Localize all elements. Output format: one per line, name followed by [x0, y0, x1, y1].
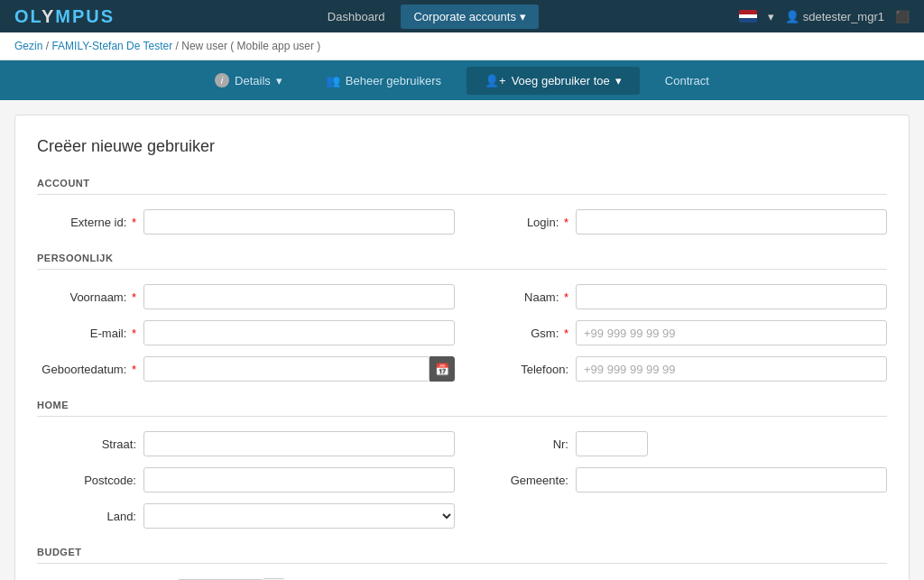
- email-group: E-mail: *: [37, 320, 455, 345]
- header-right: ▾ 👤 sdetester_mgr1 ⬛: [739, 10, 910, 23]
- chevron-down-icon-voeg: ▾: [615, 74, 622, 87]
- externe-id-group: Externe id: *: [37, 209, 455, 235]
- straat-input[interactable]: [143, 431, 455, 456]
- home-row1: Straat: Nr:: [37, 431, 887, 456]
- telefoon-group: Telefoon:: [469, 356, 887, 382]
- externe-id-input[interactable]: [143, 209, 455, 235]
- login-label: Login: *: [469, 216, 568, 229]
- add-user-icon: 👤+: [485, 74, 506, 87]
- telefoon-label: Telefoon:: [469, 363, 568, 376]
- subnav-voeg[interactable]: 👤+ Voeg gebruiker toe ▾: [467, 67, 640, 95]
- section-budget: BUDGET: [37, 547, 887, 564]
- geboortedatum-input[interactable]: [143, 356, 430, 382]
- info-icon: i: [215, 73, 229, 87]
- geboortedatum-label: Geboortedatum: *: [37, 363, 136, 376]
- subnav-details[interactable]: i Details ▾: [197, 66, 300, 95]
- section-persoonlijk: PERSOONLIJK: [37, 253, 887, 270]
- sub-nav: i Details ▾ 👥 Beheer gebruikers 👤+ Voeg …: [0, 60, 924, 100]
- date-input-wrap: 📅: [143, 356, 455, 382]
- home-row2: Postcode: Gemeente:: [37, 467, 887, 493]
- login-input[interactable]: [576, 209, 887, 235]
- geboortedatum-group: Geboortedatum: * 📅: [37, 356, 455, 382]
- land-group: Land:: [37, 503, 455, 529]
- naam-label: Naam: *: [469, 290, 568, 304]
- gsm-input[interactable]: [576, 320, 887, 345]
- email-label: E-mail: *: [37, 327, 136, 340]
- postcode-group: Postcode:: [37, 467, 455, 493]
- nav-corporate[interactable]: Corporate accounts ▾: [401, 5, 538, 29]
- breadcrumb: Gezin / FAMILY-Stefan De Tester / New us…: [0, 32, 924, 60]
- section-home: HOME: [37, 400, 887, 417]
- naam-input[interactable]: [576, 284, 887, 309]
- header: OLYMPUS Dashboard Corporate accounts ▾ ▾…: [0, 0, 924, 32]
- breadcrumb-gezin[interactable]: Gezin: [14, 40, 42, 52]
- externe-id-label: Externe id: *: [37, 216, 136, 229]
- voornaam-label: Voornaam: *: [37, 290, 136, 304]
- persoonlijk-row1: Voornaam: * Naam: *: [37, 284, 887, 309]
- persoonlijk-row3: Geboortedatum: * 📅 Telefoon:: [37, 356, 887, 382]
- header-nav: Dashboard Corporate accounts ▾: [315, 5, 539, 29]
- postcode-label: Postcode:: [37, 474, 136, 487]
- gemeente-input[interactable]: [576, 467, 887, 493]
- breadcrumb-family[interactable]: FAMILY-Stefan De Tester: [51, 40, 172, 52]
- voornaam-input[interactable]: [143, 284, 455, 309]
- voornaam-group: Voornaam: *: [37, 284, 455, 309]
- nr-input[interactable]: [576, 431, 648, 456]
- subnav-beheer[interactable]: 👥 Beheer gebruikers: [308, 67, 459, 95]
- user-icon: 👤: [785, 10, 799, 23]
- chevron-down-icon: ▾: [520, 10, 526, 23]
- telefoon-input[interactable]: [576, 356, 887, 382]
- chevron-down-icon-flag: ▾: [768, 10, 774, 23]
- main-content: Creëer nieuwe gebruiker ACCOUNT Externe …: [14, 115, 910, 580]
- postcode-input[interactable]: [143, 467, 455, 493]
- gemeente-label: Gemeente:: [469, 474, 568, 487]
- gsm-label: Gsm: *: [469, 327, 568, 340]
- gsm-group: Gsm: *: [469, 320, 887, 345]
- persoonlijk-row2: E-mail: * Gsm: *: [37, 320, 887, 345]
- chevron-down-icon-details: ▾: [276, 74, 282, 87]
- nav-dashboard[interactable]: Dashboard: [315, 5, 398, 29]
- subnav-contract[interactable]: Contract: [647, 67, 727, 95]
- login-required: *: [564, 216, 568, 229]
- user-menu[interactable]: 👤 sdetester_mgr1: [785, 10, 884, 23]
- land-select[interactable]: [143, 503, 455, 529]
- home-row3: Land:: [37, 503, 887, 529]
- page-title: Creëer nieuwe gebruiker: [37, 137, 887, 156]
- externe-id-required: *: [132, 216, 136, 229]
- nr-group: Nr:: [469, 431, 887, 456]
- calendar-icon[interactable]: 📅: [430, 356, 455, 382]
- users-icon: 👥: [326, 74, 340, 87]
- land-label: Land:: [37, 510, 136, 523]
- account-row: Externe id: * Login: *: [37, 209, 887, 235]
- logo: OLYMPUS: [14, 6, 115, 27]
- logout-icon[interactable]: ⬛: [895, 10, 910, 23]
- nr-label: Nr:: [469, 437, 568, 451]
- section-account: ACCOUNT: [37, 178, 887, 195]
- flag-icon[interactable]: [739, 10, 757, 23]
- naam-group: Naam: *: [469, 284, 887, 309]
- login-group: Login: *: [469, 209, 887, 235]
- straat-group: Straat:: [37, 431, 455, 456]
- gemeente-group: Gemeente:: [469, 467, 887, 493]
- breadcrumb-current: New user ( Mobile app user ): [181, 40, 320, 52]
- straat-label: Straat:: [37, 437, 136, 451]
- username: sdetester_mgr1: [803, 10, 884, 23]
- email-input[interactable]: [143, 320, 455, 345]
